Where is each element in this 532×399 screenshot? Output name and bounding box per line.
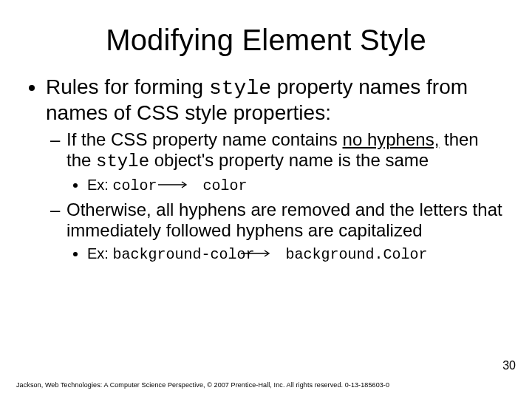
bullet-l2-2: Otherwise, all hyphens are removed and t… xyxy=(66,200,507,264)
bullet-l1-1: Rules for forming style property names f… xyxy=(46,75,507,264)
code-bgcolor-src: background-color xyxy=(112,246,254,263)
arrow-icon xyxy=(239,244,276,262)
text-fragment: Rules for forming xyxy=(46,75,209,98)
underlined-text: no hyphens, xyxy=(343,129,440,149)
code-bgcolor-dst: background.Color xyxy=(286,246,428,263)
text-fragment: object's property name is the same xyxy=(149,150,429,170)
bullet-l2-1: If the CSS property name contains no hyp… xyxy=(66,129,507,195)
bullet-list-l3: Ex: color color xyxy=(66,176,507,195)
text-fragment: Ex: xyxy=(87,177,112,193)
code-style: style xyxy=(209,77,271,100)
text-fragment xyxy=(194,177,202,194)
code-color-src: color xyxy=(112,177,157,194)
code-color-dst: color xyxy=(202,177,247,194)
bullet-list-l1: Rules for forming style property names f… xyxy=(25,75,507,264)
text-fragment: Otherwise, all hyphens are removed and t… xyxy=(66,200,502,240)
page-number: 30 xyxy=(502,359,516,372)
footer-copyright: Jackson, Web Technologies: A Computer Sc… xyxy=(16,381,389,389)
bullet-list-l2: If the CSS property name contains no hyp… xyxy=(46,129,507,264)
slide: Modifying Element Style Rules for formin… xyxy=(0,0,532,399)
text-fragment xyxy=(276,246,285,263)
bullet-list-l3: Ex: background-color background.Color xyxy=(66,245,507,264)
text-fragment: If the CSS property name contains xyxy=(66,129,343,149)
code-style: style xyxy=(96,151,149,171)
bullet-l3-1: Ex: color color xyxy=(87,176,507,195)
bullet-l3-2: Ex: background-color background.Color xyxy=(87,245,507,264)
text-fragment: Ex: xyxy=(87,245,112,262)
arrow-icon xyxy=(157,175,194,194)
slide-title: Modifying Element Style xyxy=(25,24,507,57)
